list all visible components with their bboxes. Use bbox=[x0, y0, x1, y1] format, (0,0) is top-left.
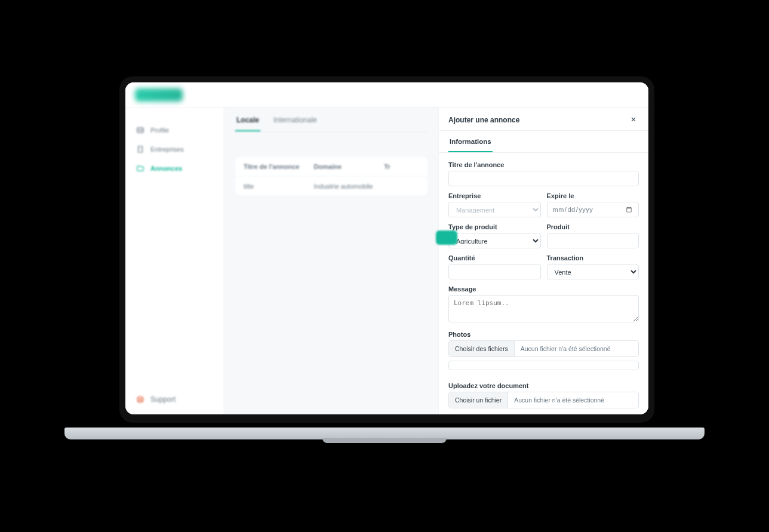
main-content: Locale Internationale Titre de l'annonce… bbox=[224, 107, 438, 414]
select-type-produit[interactable]: Agriculture bbox=[448, 233, 541, 248]
file-none-text: Aucun fichier n'a été sélectionné bbox=[515, 341, 638, 356]
col-domain: Domaine bbox=[314, 163, 384, 170]
svg-point-1 bbox=[139, 130, 140, 131]
main-tabs: Locale Internationale bbox=[235, 107, 427, 132]
label-type-produit: Type de produit bbox=[448, 223, 541, 230]
col-tr: Tr bbox=[384, 163, 419, 170]
sidebar-item-label: Profile bbox=[150, 127, 169, 134]
cell-tr bbox=[384, 183, 419, 190]
label-titre: Titre de l'annonce bbox=[448, 161, 639, 168]
sidebar-item-label: Entreprises bbox=[150, 146, 184, 153]
sidebar: Profile Entreprises Annonc bbox=[125, 107, 224, 414]
brand-logo bbox=[135, 88, 183, 102]
laptop-notch bbox=[322, 438, 447, 443]
label-quantite: Quantité bbox=[448, 254, 541, 262]
textarea-message[interactable] bbox=[448, 295, 639, 322]
sidebar-item-profile[interactable]: Profile bbox=[125, 121, 224, 140]
laptop-base bbox=[64, 428, 705, 439]
label-transaction: Transaction bbox=[547, 254, 639, 262]
col-title: Titre de l'annonce bbox=[244, 163, 314, 170]
sidebar-item-support[interactable]: Support bbox=[125, 389, 224, 414]
input-expire[interactable] bbox=[547, 202, 639, 217]
annonces-table: Titre de l'annonce Domaine Tr title Indu… bbox=[235, 157, 427, 196]
label-expire: Expire le bbox=[547, 192, 639, 199]
file-input-photos[interactable]: Choisir des fichiers Aucun fichier n'a é… bbox=[448, 340, 639, 357]
cell-title: title bbox=[244, 183, 314, 190]
lifebuoy-icon bbox=[136, 395, 144, 404]
label-upload-document: Uploadez votre document bbox=[448, 382, 639, 389]
side-panel: Ajouter une annonce Informations bbox=[438, 107, 648, 414]
file-choose-button[interactable]: Choisir un fichier bbox=[449, 392, 508, 408]
floating-action-button[interactable] bbox=[436, 230, 457, 245]
close-button[interactable] bbox=[628, 115, 639, 125]
sidebar-item-annonces[interactable]: Annonces bbox=[125, 159, 224, 178]
sidebar-item-label: Support bbox=[150, 395, 176, 404]
topbar bbox=[125, 82, 648, 107]
sidebar-item-label: Annonces bbox=[150, 165, 182, 172]
sidebar-item-entreprises[interactable]: Entreprises bbox=[125, 140, 224, 159]
file-choose-button[interactable]: Choisir des fichiers bbox=[449, 341, 515, 356]
tab-internationale[interactable]: Internationale bbox=[272, 107, 318, 131]
label-entreprise: Entreprise bbox=[448, 192, 541, 199]
id-card-icon bbox=[136, 126, 144, 134]
building-icon bbox=[136, 145, 144, 153]
label-produit: Produit bbox=[547, 223, 639, 230]
input-produit[interactable] bbox=[547, 233, 639, 248]
folder-icon bbox=[136, 164, 144, 173]
tab-locale[interactable]: Locale bbox=[235, 107, 260, 131]
label-photos: Photos bbox=[448, 331, 639, 338]
select-transaction[interactable]: Vente bbox=[547, 264, 639, 279]
cell-domain: Industrie automobile bbox=[314, 183, 384, 190]
table-row[interactable]: title Industrie automobile bbox=[235, 177, 427, 196]
label-message: Message bbox=[448, 285, 639, 293]
file-preview-bar bbox=[448, 361, 639, 370]
file-none-text: Aucun fichier n'a été sélectionné bbox=[508, 392, 638, 408]
file-input-document[interactable]: Choisir un fichier Aucun fichier n'a été… bbox=[448, 392, 639, 408]
screen: Profile Entreprises Annonc bbox=[125, 82, 648, 414]
panel-tabs: Informations bbox=[439, 131, 648, 153]
panel-tab-informations[interactable]: Informations bbox=[448, 131, 493, 152]
input-titre[interactable] bbox=[448, 171, 639, 186]
panel-title: Ajouter une annonce bbox=[448, 116, 519, 124]
select-entreprise[interactable]: Management bbox=[448, 202, 541, 217]
svg-rect-2 bbox=[139, 146, 143, 153]
svg-point-4 bbox=[139, 398, 142, 401]
close-icon bbox=[630, 115, 637, 125]
laptop-frame: Profile Entreprises Annonc bbox=[119, 76, 654, 423]
input-quantite[interactable] bbox=[448, 264, 541, 279]
